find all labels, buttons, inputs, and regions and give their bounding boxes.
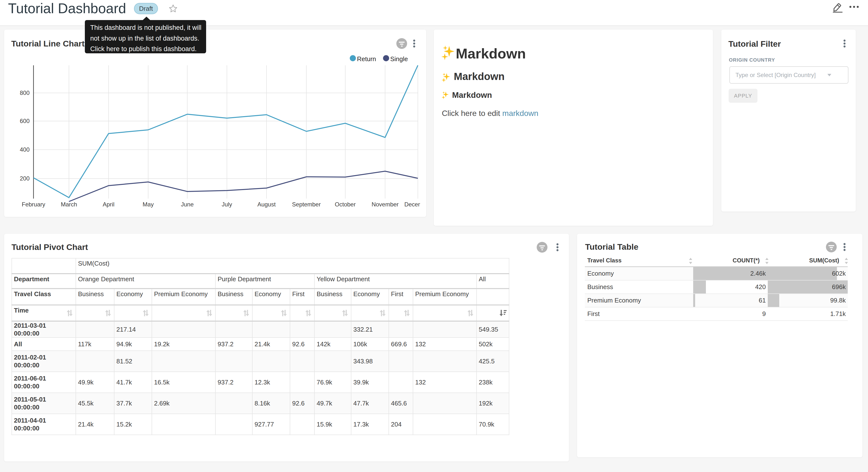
svg-text:400: 400 xyxy=(20,146,30,153)
svg-text:800: 800 xyxy=(20,89,30,96)
svg-text:October: October xyxy=(335,201,355,208)
svg-text:July: July xyxy=(222,201,232,208)
svg-text:200: 200 xyxy=(20,175,30,182)
svg-text:December: December xyxy=(404,201,420,208)
svg-text:August: August xyxy=(257,201,276,208)
svg-text:February: February xyxy=(22,201,45,208)
svg-text:Return: Return xyxy=(357,55,376,63)
svg-text:November: November xyxy=(372,201,399,208)
svg-text:600: 600 xyxy=(20,118,30,124)
svg-text:March: March xyxy=(61,201,77,208)
svg-text:June: June xyxy=(181,201,194,208)
svg-text:April: April xyxy=(103,201,115,208)
svg-text:May: May xyxy=(143,201,154,208)
svg-text:Single: Single xyxy=(390,55,408,63)
svg-text:September: September xyxy=(292,201,320,208)
